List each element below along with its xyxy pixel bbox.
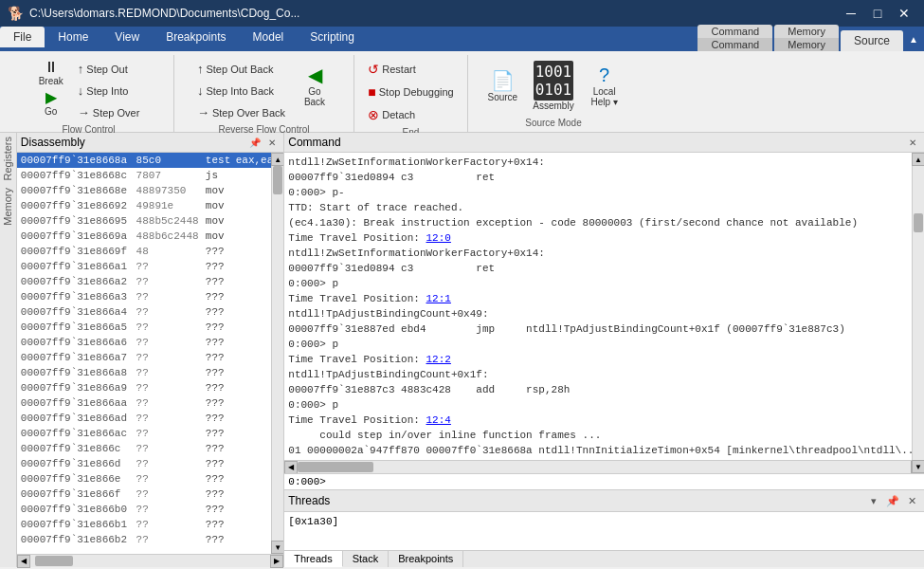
disassembly-close-button[interactable]: ✕ xyxy=(264,135,280,150)
disasm-row[interactable]: 00007ff9`31e866f????? xyxy=(17,486,283,502)
cmd-hscroll-left[interactable]: ◀ xyxy=(284,461,298,474)
go-back-button[interactable]: ◀ Go Back xyxy=(294,59,335,112)
disasm-row[interactable]: 00007ff9`31e866d????? xyxy=(17,456,283,471)
disasm-row[interactable]: 00007ff9`31e866a1????? xyxy=(17,259,283,274)
disasm-row[interactable]: 00007ff9`31e866aa????? xyxy=(17,395,283,411)
disasm-row[interactable]: 00007ff9`31e8668c7807js xyxy=(17,168,283,183)
local-help-button[interactable]: ? Local Help ▾ xyxy=(584,59,625,112)
hscroll-thumb[interactable] xyxy=(35,556,73,566)
detach-button[interactable]: ⊗ Detach xyxy=(363,104,458,125)
disasm-row[interactable]: 00007ff9`31e866a6????? xyxy=(17,335,283,350)
cmd-hscroll-thumb[interactable] xyxy=(298,462,373,472)
command-input[interactable] xyxy=(328,476,920,487)
cmd-scroll-down[interactable]: ▼ xyxy=(912,460,924,473)
cmd-scroll-thumb[interactable] xyxy=(914,213,923,232)
travel-link-2[interactable]: 12:1 xyxy=(426,293,451,304)
disasm-row[interactable]: 00007ff9`31e8668e48897350mov xyxy=(17,183,283,198)
disassembly-content[interactable]: 00007ff9`31e8668a85c0testeax,eax00007ff9… xyxy=(17,153,283,554)
travel-link-1[interactable]: 12:0 xyxy=(426,232,451,244)
tab-scripting[interactable]: Scripting xyxy=(297,27,368,47)
disasm-row[interactable]: 00007ff9`31e8669f48??? xyxy=(17,244,283,259)
disassembly-hscroll[interactable]: ◀ ▶ xyxy=(17,554,283,567)
disasm-row[interactable]: 00007ff9`31e866ac????? xyxy=(17,426,283,441)
reverse-step-buttons: ↑ Step Out Back ↓ Step Into Back → Step … xyxy=(192,59,290,122)
disasm-mnemonic: ??? xyxy=(204,320,234,335)
sidebar-memory[interactable]: Memory xyxy=(2,188,13,226)
disasm-row[interactable]: 00007ff9`31e866b0????? xyxy=(17,502,283,517)
disasm-row[interactable]: 00007ff9`31e866a5????? xyxy=(17,320,283,335)
tab-model[interactable]: Model xyxy=(240,27,298,47)
source-tab[interactable]: Source xyxy=(841,30,903,51)
scroll-down-arrow[interactable]: ▼ xyxy=(271,541,283,554)
command-tab-pair[interactable]: Command Command xyxy=(698,25,772,51)
command-close-button[interactable]: ✕ xyxy=(905,135,920,150)
tab-view[interactable]: View xyxy=(101,27,153,47)
disasm-bytes: ?? xyxy=(135,304,204,320)
step-into-back-button[interactable]: ↓ Step Into Back xyxy=(192,81,290,101)
go-button[interactable]: ▶ Go xyxy=(34,89,68,116)
ribbon-collapse-button[interactable]: ▲ xyxy=(903,28,924,49)
maximize-button[interactable]: □ xyxy=(865,4,890,23)
command-content[interactable]: ntdll!ZwSetInformationWorkerFactory+0x14… xyxy=(284,153,924,460)
disassembly-pin-button[interactable]: 📌 xyxy=(247,135,263,150)
disasm-row[interactable]: 00007ff9`31e86695488b5c2448mov xyxy=(17,213,283,229)
close-button[interactable]: ✕ xyxy=(892,4,916,23)
cmd-scroll-up[interactable]: ▲ xyxy=(912,153,924,166)
step-over-back-button[interactable]: → Step Over Back xyxy=(192,102,290,122)
disasm-row[interactable]: 00007ff9`31e866c????? xyxy=(17,441,283,456)
hscroll-right[interactable]: ▶ xyxy=(270,555,283,568)
disasm-row[interactable]: 00007ff9`31e866a9????? xyxy=(17,380,283,395)
assembly-button[interactable]: 10010101 Assembly xyxy=(527,59,579,112)
scroll-up-arrow[interactable]: ▲ xyxy=(271,153,283,166)
cmd-line-4: TTD: Start of trace reached. xyxy=(288,200,920,215)
threads-dropdown-button[interactable]: ▾ xyxy=(865,492,882,509)
step-into-button[interactable]: ↓ Step Into xyxy=(73,81,145,101)
tab-file[interactable]: File xyxy=(0,27,45,47)
disasm-row[interactable]: 00007ff9`31e8669a488b6c2448mov xyxy=(17,229,283,244)
tab-stack[interactable]: Stack xyxy=(343,551,390,567)
restart-button[interactable]: ↺ Restart xyxy=(363,59,458,80)
command-tab-top[interactable]: Command xyxy=(698,25,772,38)
disasm-row[interactable]: 00007ff9`31e866a2????? xyxy=(17,274,283,289)
tab-threads[interactable]: Threads xyxy=(284,551,342,567)
command-hscroll[interactable]: ◀ ▶ xyxy=(284,460,924,473)
disassembly-vscroll[interactable]: ▲ ▼ xyxy=(271,153,283,554)
tab-breakpoints[interactable]: Breakpoints xyxy=(389,551,463,567)
disasm-row[interactable]: 00007ff9`31e866a8????? xyxy=(17,365,283,380)
memory-tab-top[interactable]: Memory xyxy=(774,25,839,38)
disasm-row[interactable]: 00007ff9`31e866e????? xyxy=(17,471,283,486)
memory-tab-pair[interactable]: Memory Memory xyxy=(774,25,839,51)
command-tab-bot[interactable]: Command xyxy=(698,38,772,51)
hscroll-track[interactable] xyxy=(30,555,270,567)
source-mode-button[interactable]: 📄 Source xyxy=(481,59,523,112)
disasm-row[interactable]: 00007ff9`31e866ad????? xyxy=(17,411,283,426)
tab-breakpoints[interactable]: Breakpoints xyxy=(153,27,239,47)
step-over-button[interactable]: → Step Over xyxy=(73,102,145,122)
tab-home[interactable]: Home xyxy=(45,27,101,47)
scroll-thumb[interactable] xyxy=(273,166,282,194)
threads-pin-button[interactable]: 📌 xyxy=(884,492,901,509)
disasm-row[interactable]: 00007ff9`31e866a7????? xyxy=(17,350,283,365)
disasm-row[interactable]: 00007ff9`31e866b2????? xyxy=(17,532,283,547)
disasm-row[interactable]: 00007ff9`31e866a4????? xyxy=(17,304,283,320)
travel-link-3[interactable]: 12:2 xyxy=(426,354,451,365)
disasm-row[interactable]: 00007ff9`31e8668a85c0testeax,eax xyxy=(17,153,283,168)
command-vscroll[interactable]: ▲ ▼ xyxy=(912,153,924,473)
disasm-row[interactable]: 00007ff9`31e866b1????? xyxy=(17,517,283,532)
cmd-scroll-track[interactable] xyxy=(913,166,924,460)
disasm-row[interactable]: 00007ff9`31e866a3????? xyxy=(17,289,283,304)
memory-tab-bot[interactable]: Memory xyxy=(774,38,839,51)
sidebar-registers[interactable]: Registers xyxy=(2,137,13,180)
cmd-hscroll-track[interactable] xyxy=(298,461,911,473)
step-out-back-button[interactable]: ↑ Step Out Back xyxy=(192,59,290,79)
step-out-button[interactable]: ↑ Step Out xyxy=(73,59,145,79)
threads-header-buttons: ▾ 📌 ✕ xyxy=(865,492,920,509)
minimize-button[interactable]: ─ xyxy=(839,4,863,23)
hscroll-left[interactable]: ◀ xyxy=(17,555,30,568)
threads-close-button[interactable]: ✕ xyxy=(903,492,920,509)
stop-debugging-button[interactable]: ■ Stop Debugging xyxy=(363,82,458,102)
disasm-row[interactable]: 00007ff9`31e8669249891emov xyxy=(17,198,283,213)
scroll-track[interactable] xyxy=(272,166,283,541)
break-button[interactable]: ⏸ Break xyxy=(33,59,69,85)
travel-link-4[interactable]: 12:4 xyxy=(426,414,451,426)
